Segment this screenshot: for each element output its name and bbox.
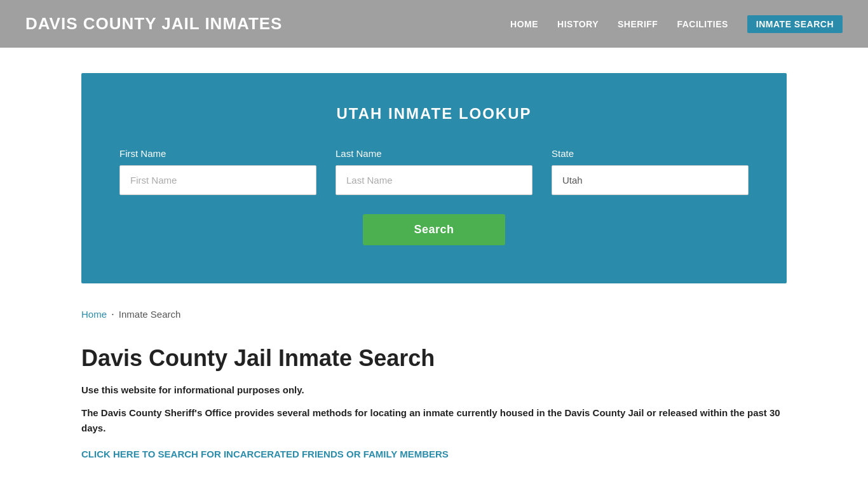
breadcrumb-home-link[interactable]: Home xyxy=(81,309,107,320)
page-heading: Davis County Jail Inmate Search xyxy=(81,345,787,372)
first-name-input[interactable] xyxy=(119,165,316,195)
nav-sheriff[interactable]: SHERIFF xyxy=(618,19,658,29)
main-nav: HOME HISTORY SHERIFF FACILITIES INMATE S… xyxy=(510,15,843,33)
breadcrumb: Home • Inmate Search xyxy=(81,309,787,320)
search-panel: UTAH INMATE LOOKUP First Name Last Name … xyxy=(81,73,787,283)
site-header: DAVIS COUNTY JAIL INMATES HOME HISTORY S… xyxy=(0,0,868,48)
info-line1: Use this website for informational purpo… xyxy=(81,384,787,395)
site-title: DAVIS COUNTY JAIL INMATES xyxy=(25,14,282,34)
breadcrumb-separator: • xyxy=(112,311,114,317)
nav-inmate-search[interactable]: INMATE SEARCH xyxy=(747,15,843,33)
nav-home[interactable]: HOME xyxy=(510,19,538,29)
breadcrumb-current: Inmate Search xyxy=(119,309,181,320)
form-row: First Name Last Name State xyxy=(119,148,749,195)
search-button[interactable]: Search xyxy=(363,214,505,245)
info-paragraph: The Davis County Sheriff's Office provid… xyxy=(81,405,787,436)
state-group: State xyxy=(552,148,749,195)
last-name-label: Last Name xyxy=(336,148,532,159)
main-content: Davis County Jail Inmate Search Use this… xyxy=(81,332,787,485)
breadcrumb-section: Home • Inmate Search xyxy=(81,309,787,332)
state-label: State xyxy=(552,148,749,159)
lookup-title: UTAH INMATE LOOKUP xyxy=(119,105,749,123)
search-button-wrapper: Search xyxy=(119,214,749,245)
state-input[interactable] xyxy=(552,165,749,195)
nav-history[interactable]: HISTORY xyxy=(557,19,599,29)
last-name-input[interactable] xyxy=(336,165,532,195)
first-name-group: First Name xyxy=(119,148,316,195)
last-name-group: Last Name xyxy=(336,148,532,195)
first-name-label: First Name xyxy=(119,148,316,159)
search-link[interactable]: CLICK HERE to Search for Incarcerated Fr… xyxy=(81,449,449,459)
nav-facilities[interactable]: FACILITIES xyxy=(677,19,728,29)
